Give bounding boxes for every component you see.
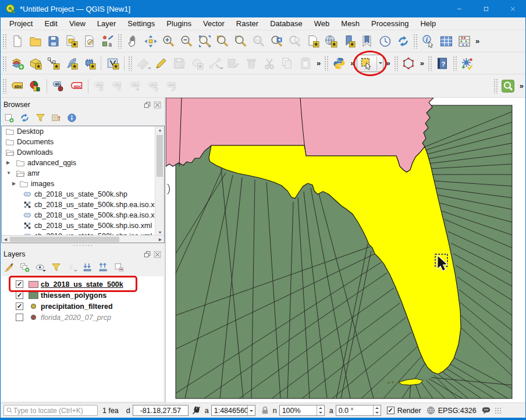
rotate-label-button[interactable]: abc (145, 77, 163, 95)
menu-view[interactable]: View (63, 18, 91, 29)
current-edits-button[interactable] (134, 55, 152, 72)
menu-plugins[interactable]: Plugins (161, 18, 197, 29)
toolbar-grip[interactable] (2, 34, 7, 49)
scale-dropdown-icon[interactable] (247, 405, 255, 415)
new-geopackage-layer-button[interactable] (26, 55, 44, 72)
coordinate-box[interactable] (133, 405, 189, 416)
toolbar-grip[interactable] (118, 34, 122, 49)
filter-browser-button[interactable] (34, 112, 47, 125)
expand-all-button[interactable] (81, 262, 94, 275)
manage-map-themes-button[interactable] (34, 262, 47, 275)
collapse-all-layers-button[interactable] (97, 262, 109, 275)
tree-expander-icon[interactable]: ▶ (12, 181, 16, 186)
toolbar-grip[interactable] (2, 56, 7, 71)
filter-legend-button[interactable] (49, 262, 62, 275)
browser-item-amr[interactable]: ▼amr (2, 168, 155, 179)
browser-item-downloads[interactable]: Downloads (2, 147, 155, 158)
toolbar-overflow-button[interactable]: » (348, 59, 357, 67)
coordinate-input[interactable] (133, 407, 188, 415)
locator-search[interactable] (3, 405, 98, 416)
show-layout-manager-button[interactable] (80, 33, 98, 50)
open-project-button[interactable] (26, 33, 44, 50)
new-shapefile-layer-button[interactable] (44, 55, 62, 72)
save-layer-edits-button[interactable] (170, 55, 188, 72)
identify-features-button[interactable]: i (419, 33, 437, 50)
menu-processing[interactable]: Processing (365, 18, 414, 29)
python-console-button[interactable] (330, 55, 348, 72)
toolbar-grip[interactable] (413, 34, 418, 49)
layers-close-button[interactable] (154, 251, 161, 258)
remove-layer-group-button[interactable] (112, 262, 125, 275)
browser-item-cb-2018-us-state-500k-shp-iso-xml[interactable]: cb_2018_us_state_500k.shp.iso.xml (2, 220, 155, 231)
resize-grip[interactable] (495, 407, 502, 414)
browser-item-images[interactable]: ▶images (2, 179, 155, 189)
scale-input[interactable] (212, 407, 247, 415)
panel-splitter[interactable] (0, 243, 165, 247)
rotation-input[interactable] (336, 407, 373, 415)
select-features-button[interactable] (357, 55, 383, 72)
help-contents-button[interactable]: ? (433, 55, 452, 72)
zoom-last-button[interactable] (268, 33, 286, 50)
toggle-editing-button[interactable] (152, 55, 170, 72)
toolbar-grip[interactable] (324, 56, 329, 71)
show-spatial-bookmarks-button[interactable] (358, 33, 376, 50)
menu-mesh[interactable]: Mesh (335, 18, 365, 29)
layer-item-thiessen-polygons[interactable]: thiessen_polygons (1, 290, 164, 301)
new-virtual-layer-button[interactable] (104, 55, 122, 72)
show-properties-widget-button[interactable] (65, 112, 78, 125)
move-label-button[interactable]: abc (127, 77, 145, 95)
menu-project[interactable]: Project (3, 18, 38, 29)
close-button[interactable] (499, 0, 526, 17)
browser-item-cb-2018-us-state-500k-shp[interactable]: cb_2018_us_state_500k.shp (2, 189, 155, 200)
layer-item-cb-2018-us-state-500k[interactable]: cb_2018_us_state_500k (1, 279, 164, 290)
zoom-in-button[interactable] (159, 33, 177, 50)
toolbar-overflow-button[interactable]: » (473, 37, 482, 45)
scale-combobox[interactable] (211, 405, 255, 416)
zoom-native-button[interactable]: 1:1 (250, 33, 268, 50)
new-spatialite-layer-button[interactable] (62, 55, 80, 72)
layers-float-button[interactable] (144, 251, 151, 258)
pin-unpin-labels-button[interactable]: ab (49, 77, 67, 95)
toolbar-grip[interactable] (394, 56, 399, 71)
scroll-up-icon[interactable]: ▲ (155, 126, 165, 134)
zoom-full-button[interactable] (196, 33, 214, 50)
collapse-all-button[interactable] (49, 112, 62, 125)
toolbar-grip[interactable] (428, 56, 432, 71)
menu-settings[interactable]: Settings (122, 18, 161, 29)
toolbar-grip[interactable] (128, 56, 133, 71)
layer-diagram-options-button[interactable] (26, 77, 44, 95)
pan-map-button[interactable] (123, 33, 141, 50)
vertex-tool-button[interactable] (206, 55, 224, 72)
add-group-button[interactable] (18, 262, 31, 275)
menu-help[interactable]: Help (414, 18, 442, 29)
open-attribute-table-button[interactable] (437, 33, 455, 50)
layer-labeling-options-button[interactable]: abc (8, 77, 26, 95)
locator-input[interactable] (13, 407, 94, 415)
browser-vertical-scrollbar[interactable]: ▲ ▼ (155, 126, 164, 236)
filter-by-expression-button[interactable]: ε (65, 262, 78, 275)
browser-item-documents[interactable]: Documents (2, 137, 155, 147)
browser-item-advanced-qgis[interactable]: ▶advanced_qgis (2, 158, 155, 168)
refresh-map-button[interactable] (394, 33, 412, 50)
browser-close-button[interactable] (154, 101, 161, 109)
zoom-next-button[interactable] (286, 33, 304, 50)
browser-item-cb-2018-us-state-500k-shp-ea-iso-xm[interactable]: cb_2018_us_state_500k.shp.ea.iso.xm (2, 200, 155, 210)
style-manager-button[interactable]: a (98, 33, 116, 50)
open-data-source-manager-button[interactable] (8, 55, 26, 72)
save-project-button[interactable] (44, 33, 62, 50)
digitize-with-shape-button[interactable] (188, 55, 206, 72)
crs-status[interactable]: EPSG:4326 (438, 407, 477, 415)
modify-attributes-of-selected-button[interactable] (224, 55, 242, 72)
highlight-pinned-labels-button[interactable]: abc (67, 77, 86, 95)
new-spatial-bookmark-button[interactable] (340, 33, 358, 50)
new-project-button[interactable] (8, 33, 26, 50)
scroll-left-icon[interactable]: ◀ (2, 236, 9, 243)
zoom-out-button[interactable] (177, 33, 196, 50)
toolbar-overflow-button[interactable]: » (383, 59, 392, 67)
refresh-browser-button[interactable] (18, 112, 31, 125)
spinner-arrows-icon[interactable] (317, 405, 324, 415)
change-label-properties-button[interactable]: abc (163, 77, 181, 95)
new-map-view-button[interactable] (304, 33, 322, 50)
show-statistical-summary-button[interactable] (455, 33, 473, 50)
menu-edit[interactable]: Edit (38, 18, 63, 29)
